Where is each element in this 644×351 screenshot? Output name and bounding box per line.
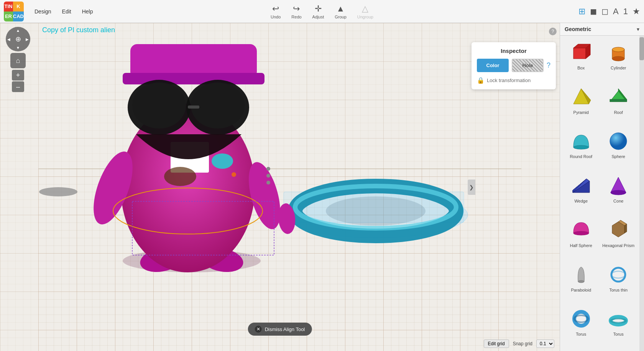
bottom-bar: Edit grid Snap grid 0.1 [0,336,560,351]
nav-edit[interactable]: Edit [58,6,76,17]
inspector-help[interactable]: ? [547,59,550,72]
shape-roof-label: Roof [614,110,623,115]
ungroup-button[interactable]: △ Ungroup [357,4,373,19]
lock-row: 🔒 Lock transformation [477,77,550,84]
redo-button[interactable]: ↪ Redo [291,4,301,19]
nav-design[interactable]: Design [30,6,56,17]
shape-roof[interactable]: Roof [601,83,637,126]
svg-marker-53 [624,224,627,233]
arrow-right: ▶ [26,37,29,41]
shape-half-sphere[interactable]: Half Sphere [563,216,599,259]
undo-button[interactable]: ↩ Undo [271,4,281,19]
shape-half-sphere-label: Half Sphere [570,243,592,248]
zoom-out-button[interactable]: – [12,81,24,92]
svg-point-56 [611,271,625,278]
shape-pyramid-label: Pyramid [573,110,589,115]
dismiss-align-bar[interactable]: ✕ Dismiss Align Tool [248,323,312,336]
dismiss-label: Dismiss Align Tool [265,326,305,332]
svg-rect-17 [123,73,264,84]
shape-cone-label: Cone [613,199,623,203]
number-icon[interactable]: 1 [623,7,628,16]
canvas-area[interactable]: Copy of PI custom alien ? ▲ ▼ ◀ ▶ ⊕ ⌂ + … [0,23,560,351]
main-area: Copy of PI custom alien ? ▲ ▼ ◀ ▶ ⊕ ⌂ + … [0,23,644,351]
ungroup-icon: △ [362,4,368,14]
zoom-in-button[interactable]: + [12,70,24,81]
logo-er: ER [4,12,13,21]
view-navigate[interactable]: ▲ ▼ ◀ ▶ ⊕ [6,27,30,51]
zoom-controls: + – [12,70,24,92]
inspector-panel: Inspector Color Hole ? 🔒 Lock transforma… [472,42,556,89]
logo[interactable]: TIN K ER CAD [4,2,24,21]
shape-torus2-label: Torus [613,332,624,336]
panel-title: Geometric [565,26,591,32]
shape-box-label: Box [577,66,585,70]
color-button[interactable]: Color [477,59,509,72]
svg-point-58 [574,315,588,322]
svg-rect-42 [610,99,627,102]
svg-point-49 [611,190,626,195]
view-grid-icon[interactable]: ⊞ [578,7,585,16]
shape-pyramid[interactable]: Pyramid [563,83,599,126]
right-scrollbar[interactable] [639,36,644,351]
hole-button[interactable]: Hole [512,59,544,72]
lock-icon: 🔒 [477,77,485,84]
svg-point-44 [610,133,627,150]
svg-point-36 [612,47,624,52]
shape-sphere[interactable]: Sphere [601,127,637,170]
edit-grid-button[interactable]: Edit grid [484,339,509,348]
svg-point-21 [191,82,245,129]
shapes-grid: Box Cylinder Py [560,36,639,351]
panel-collapse[interactable]: ▾ [637,26,639,32]
toolbar-center: ↩ Undo ↪ Redo ✛ Adjust ▲ Group △ Ungroup [271,4,373,19]
undo-icon: ↩ [272,4,279,14]
shape-paraboloid[interactable]: Paraboloid [563,261,599,304]
nav-help[interactable]: Help [77,6,98,17]
snap-grid-select[interactable]: 0.1 [536,339,554,348]
star-icon[interactable]: ★ [632,7,640,16]
undo-label: Undo [271,15,281,19]
shape-torus2[interactable]: Torus [601,305,637,348]
shape-hex-prism-label: Hexagonal Prism [602,243,634,248]
svg-rect-22 [188,105,199,109]
shape-cylinder[interactable]: Cylinder [601,39,637,82]
svg-point-19 [132,82,186,129]
view-home-button[interactable]: ⌂ [10,53,26,68]
view-wire-icon[interactable]: ◻ [601,7,608,16]
topbar: TIN K ER CAD Design Edit Help ↩ Undo ↪ R… [0,0,644,23]
text-icon[interactable]: A [613,7,619,16]
logo-cad: CAD [13,12,24,21]
svg-point-29 [266,181,270,185]
shape-cone[interactable]: Cone [601,172,637,215]
shape-torus-label: Torus [576,332,586,336]
dismiss-close[interactable]: ✕ [255,326,262,333]
svg-point-54 [578,280,584,283]
snap-grid-label: Snap grid [513,341,532,346]
shape-torus-thin[interactable]: Torus thin [601,261,637,304]
scroll-thumb[interactable] [639,37,644,60]
view-controls: ▲ ▼ ◀ ▶ ⊕ ⌂ + – [6,27,30,92]
nav-menu: Design Edit Help [30,6,98,17]
shape-wedge-label: Wedge [574,199,588,203]
svg-point-27 [266,167,270,171]
svg-point-43 [573,145,589,149]
right-panel: Geometric ▾ Box [560,23,644,351]
project-title: Copy of PI custom alien [42,26,115,34]
group-button[interactable]: ▲ Group [335,4,347,19]
panel-content: Box Cylinder Py [560,36,644,351]
shape-box[interactable]: Box [563,39,599,82]
adjust-button[interactable]: ✛ Adjust [312,4,324,19]
shape-round-roof[interactable]: Round Roof [563,127,599,170]
svg-point-26 [164,167,196,186]
svg-rect-32 [573,48,586,59]
view-solid-icon[interactable]: ◼ [590,7,597,16]
svg-point-28 [266,174,270,178]
shape-torus[interactable]: Torus [563,305,599,348]
shape-wedge[interactable]: Wedge [563,172,599,215]
shape-hex-prism[interactable]: Hexagonal Prism [601,216,637,259]
panel-toggle[interactable]: ❯ [468,180,475,195]
help-badge[interactable]: ? [549,28,557,35]
redo-icon: ↪ [293,4,300,14]
adjust-icon: ✛ [315,4,322,14]
arrow-down: ▼ [16,46,20,50]
svg-point-25 [232,172,236,177]
